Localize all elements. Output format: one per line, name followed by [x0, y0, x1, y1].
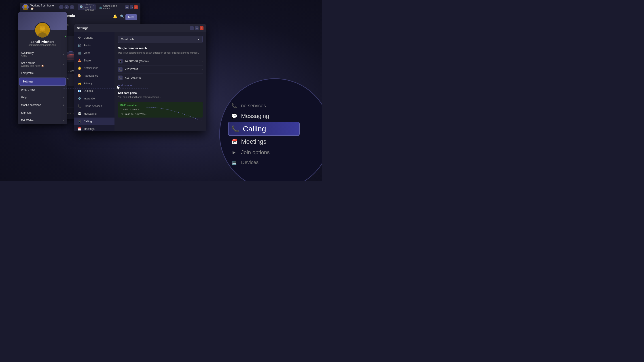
nav-video[interactable]: 📹 Video [74, 49, 114, 57]
phone-icon-2: 📞 [118, 67, 122, 72]
availability-arrow: › [63, 53, 64, 56]
nav-calling[interactable]: 📱 Calling [74, 117, 114, 125]
phone-arrow-3: › [202, 76, 202, 79]
meetings-label: Meetings [84, 127, 94, 130]
nav-outlook[interactable]: 📧 Outlook [74, 87, 114, 95]
audio-icon: 🔊 [77, 43, 82, 47]
e911-text: The E911 service... [120, 108, 200, 111]
titlebar: Working from home 🏠 ‹ › + 🔍 Search, meet… [20, 3, 140, 12]
nav-audio[interactable]: 🔊 Audio [74, 41, 114, 49]
phone-number-1: 445312234 (Mobile) [125, 60, 200, 63]
share-icon: 📤 [77, 59, 82, 62]
sign-out-item[interactable]: Sign Out [18, 109, 67, 117]
nav-messaging[interactable]: 💬 Messaging [74, 110, 114, 117]
help-item[interactable]: Help › [18, 94, 67, 101]
e911-section: E911 service The E911 service... 70 Broa… [118, 102, 202, 117]
phone-entry-1[interactable]: 📱 445312234 (Mobile) › [118, 57, 202, 65]
privacy-icon: 🔒 [77, 81, 82, 85]
nav-general[interactable]: ⚙ General [74, 34, 114, 41]
exit-webex-label: Exit Webex [21, 119, 61, 122]
set-status-item[interactable]: Set a status Working from home 🏠 › [18, 59, 67, 69]
nav-notifications[interactable]: 🔔 Notifications [74, 64, 114, 72]
edit-profile-label: Edit profile [21, 71, 64, 75]
notification-icon[interactable]: 🔔 [113, 14, 118, 20]
new-tab-button[interactable]: + [70, 5, 74, 9]
edit-profile-item[interactable]: Edit profile [18, 69, 67, 77]
settings-label: Settings [22, 80, 62, 83]
meet-button[interactable]: Meet [126, 14, 137, 20]
connect-icon: 📺 [99, 6, 102, 9]
whats-new-item[interactable]: What's new [18, 86, 67, 94]
settings-title: Settings [77, 26, 190, 30]
e911-title: E911 service [120, 104, 200, 107]
settings-maximize-btn[interactable]: ▭ [195, 26, 198, 30]
appearance-icon: 🎨 [77, 74, 82, 77]
mobile-download-arrow: › [63, 103, 64, 107]
dropdown-value: On all calls [121, 38, 134, 41]
search-placeholder: Search, meet, and call [86, 3, 94, 11]
availability-status: Active [21, 54, 61, 57]
nav-privacy[interactable]: 🔒 Privacy [74, 79, 114, 87]
nav-appearance[interactable]: 🎨 Appearance [74, 72, 114, 79]
outlook-label: Outlook [84, 89, 93, 92]
nav-meetings[interactable]: 📅 Meetings [74, 125, 114, 131]
messaging-label: Messaging [84, 112, 96, 115]
set-status-arrow: › [63, 63, 64, 66]
connect-device[interactable]: 📺 Connect to a device [99, 4, 124, 10]
window-controls: — ▭ ✕ [125, 5, 138, 9]
phone-arrow-1: › [202, 60, 202, 63]
close-button[interactable]: ✕ [134, 5, 138, 9]
phone-arrow-2: › [202, 68, 202, 71]
svg-point-1 [23, 8, 28, 10]
share-label: Share [84, 59, 91, 62]
forward-button[interactable]: › [64, 5, 69, 9]
settings-close-btn[interactable]: ✕ [200, 26, 204, 30]
general-icon: ⚙ [77, 36, 82, 39]
settings-nav: ⚙ General 🔊 Audio 📹 Video 📤 Share 🔔 Noti… [74, 32, 114, 131]
titlebar-avatar [22, 4, 28, 10]
mobile-download-label: Mobile download [21, 103, 61, 107]
self-care-title: Self care portal [118, 91, 202, 94]
meetings-icon: 📅 [77, 127, 82, 131]
channel-actions: 🔔 🔍 Meet [113, 14, 137, 20]
phone-services-icon: 📞 [77, 104, 82, 108]
settings-titlebar: Settings — ▭ ✕ [74, 24, 206, 32]
add-number[interactable]: Add number [118, 82, 202, 89]
phone-icon-3: 📞 [118, 75, 122, 80]
calls-dropdown[interactable]: On all calls ▼ [118, 36, 202, 43]
search-bar[interactable]: 🔍 Search, meet, and call [78, 4, 96, 10]
search-channel-icon[interactable]: 🔍 [120, 14, 124, 20]
settings-body: ⚙ General 🔊 Audio 📹 Video 📤 Share 🔔 Noti… [74, 32, 206, 131]
audio-label: Audio [84, 44, 90, 47]
general-label: General [84, 36, 93, 39]
phone-number-3: +1372963443 [125, 76, 200, 79]
search-icon: 🔍 [80, 5, 84, 9]
phone-entry-2[interactable]: 📞 +25367189 › [118, 65, 202, 74]
exit-webex-item[interactable]: Exit Webex › [18, 117, 67, 124]
self-care-section: Self care portal You can set additional … [118, 91, 202, 99]
phone-entry-3[interactable]: 📞 +1372963443 › [118, 74, 202, 82]
settings-dialog: Settings — ▭ ✕ ⚙ General 🔊 Audio 📹 Video… [74, 24, 206, 131]
profile-email: spritchard@example.com [18, 43, 67, 46]
nav-phone-services[interactable]: 📞 Phone services [74, 102, 114, 110]
profile-panel: Sonali Pritchard spritchard@example.com … [18, 12, 67, 124]
settings-minimize-btn[interactable]: — [190, 26, 194, 30]
dropdown-arrow: ▼ [197, 38, 200, 41]
minimize-button[interactable]: — [125, 5, 129, 9]
profile-avatar [34, 22, 50, 38]
help-arrow: › [63, 96, 64, 99]
nav-integration[interactable]: 🔗 Integration [74, 95, 114, 102]
self-care-desc: You can set additional calling settings.… [118, 95, 202, 99]
back-button[interactable]: ‹ [59, 5, 64, 9]
nav-share[interactable]: 📤 Share [74, 57, 114, 64]
maximize-button[interactable]: ▭ [130, 5, 133, 9]
integration-icon: 🔗 [77, 97, 82, 100]
set-status-value: Working from home 🏠 [21, 64, 61, 67]
phone-icon-1: 📱 [118, 59, 122, 63]
mobile-download-item[interactable]: Mobile download › [18, 101, 67, 109]
messaging-icon: 💬 [77, 112, 82, 115]
availability-item[interactable]: Availability Active › [18, 49, 67, 59]
settings-item[interactable]: Settings [19, 77, 66, 86]
e911-address: 70 Broad St, New York... [120, 113, 200, 115]
availability-label: Availability [21, 51, 61, 54]
